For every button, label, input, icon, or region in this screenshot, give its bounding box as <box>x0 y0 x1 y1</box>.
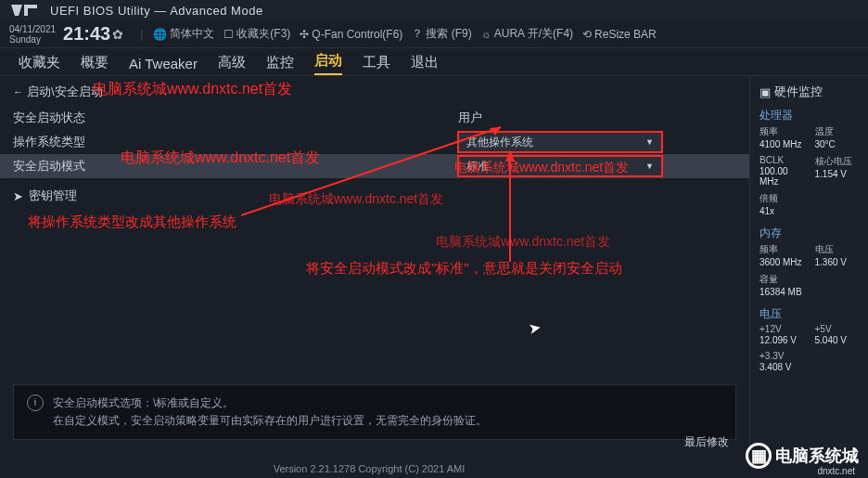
logo-circle-icon: ▦ <box>746 443 772 469</box>
time-text: 21:43 <box>63 23 110 45</box>
hw-monitor-panel: ▣ 硬件监控 处理器 频率4100 MHz 温度30°C BCLK100.00 … <box>749 76 868 447</box>
mouse-cursor-icon: ➤ <box>527 318 542 338</box>
monitor-icon: ▣ <box>760 85 771 99</box>
tab-main[interactable]: 概要 <box>81 54 108 75</box>
date-block: 04/11/2021 Sunday <box>9 24 56 45</box>
key-management-expander[interactable]: ➤ 密钥管理 <box>13 187 736 204</box>
site-watermark-logo: ▦ 电脑系统城 <box>746 443 859 469</box>
tuf-logo-icon <box>9 3 39 18</box>
chevron-right-icon: ➤ <box>13 189 23 203</box>
qfan-shortcut[interactable]: ✣ Q-Fan Control(F6) <box>300 28 402 41</box>
info-line2: 在自定义模式，安全启动策略变量可由实际存在的用户进行设置，无需完全的身份验证。 <box>53 412 487 430</box>
cpu-section: 处理器 <box>760 108 859 123</box>
top-status-bar: 04/11/2021 Sunday 21:43 ✿ | 🌐 简体中文 ☐ 收藏夹… <box>0 20 868 48</box>
watermark-text: 电脑系统城www.dnxtc.net首发 <box>436 234 610 251</box>
os-type-row[interactable]: 操作系统类型 其他操作系统 ▼ <box>13 130 736 154</box>
tab-exit[interactable]: 退出 <box>411 54 439 75</box>
search-shortcut[interactable]: ？ 搜索 (F9) <box>412 26 471 42</box>
info-line1: 安全启动模式选项：\标准或自定义。 <box>53 394 487 412</box>
chevron-down-icon: ▼ <box>645 137 654 147</box>
tab-tool[interactable]: 工具 <box>363 54 390 75</box>
back-arrow-icon[interactable]: ← <box>13 86 23 97</box>
annotation-mode: 将安全启动模式改成"标准"，意思就是关闭安全启动 <box>306 260 622 278</box>
ostype-label: 操作系统类型 <box>13 134 458 150</box>
hw-monitor-title: ▣ 硬件监控 <box>760 84 859 100</box>
main-panel: ← 启动\安全启动 安全启动状态 用户 操作系统类型 其他操作系统 ▼ 安全启动… <box>0 76 749 447</box>
language-selector[interactable]: 🌐 简体中文 <box>153 26 214 42</box>
date-text: 04/11/2021 <box>9 24 56 34</box>
tab-favorites[interactable]: 收藏夹 <box>19 54 60 75</box>
mode-label: 安全启动模式 <box>13 158 458 174</box>
secure-boot-mode-row[interactable]: 安全启动模式 标准 ▼ <box>0 154 749 178</box>
annotation-ostype: 将操作系统类型改成其他操作系统 <box>28 213 236 231</box>
status-label: 安全启动状态 <box>13 110 458 126</box>
last-modified-label: 最后修改 <box>684 434 729 450</box>
main-tabs: 收藏夹 概要 Ai Tweaker 高级 监控 启动 工具 退出 <box>0 48 868 76</box>
tab-advanced[interactable]: 高级 <box>218 54 246 75</box>
gear-icon[interactable]: ✿ <box>112 27 123 42</box>
favorites-shortcut[interactable]: ☐ 收藏夹(F3) <box>223 26 290 42</box>
os-type-dropdown[interactable]: 其他操作系统 ▼ <box>458 132 662 152</box>
volt-section: 电压 <box>760 306 859 322</box>
day-text: Sunday <box>9 34 56 45</box>
chevron-down-icon: ▼ <box>645 161 654 171</box>
version-footer: Version 2.21.1278 Copyright (C) 2021 AMI <box>0 463 738 474</box>
secure-boot-status-row: 安全启动状态 用户 <box>13 106 736 130</box>
site-watermark-url: dnxtc.net <box>817 466 855 476</box>
help-info-box: i 安全启动模式选项：\标准或自定义。 在自定义模式，安全启动策略变量可由实际存… <box>13 384 736 440</box>
secure-boot-mode-dropdown[interactable]: 标准 ▼ <box>458 156 662 176</box>
mem-section: 内存 <box>760 226 859 241</box>
info-icon: i <box>27 394 44 411</box>
tab-boot[interactable]: 启动 <box>314 52 342 75</box>
app-title: UEFI BIOS Utility — Advanced Mode <box>50 4 263 18</box>
breadcrumb[interactable]: ← 启动\安全启动 <box>13 84 736 100</box>
resize-bar-toggle[interactable]: ⟲ ReSize BAR <box>582 28 657 41</box>
tab-aitweaker[interactable]: Ai Tweaker <box>129 56 198 75</box>
aura-shortcut[interactable]: ☼ AURA 开/关(F4) <box>481 26 573 42</box>
header-bar: UEFI BIOS Utility — Advanced Mode <box>0 0 868 20</box>
tab-monitor[interactable]: 监控 <box>266 54 294 75</box>
status-value: 用户 <box>458 110 736 126</box>
